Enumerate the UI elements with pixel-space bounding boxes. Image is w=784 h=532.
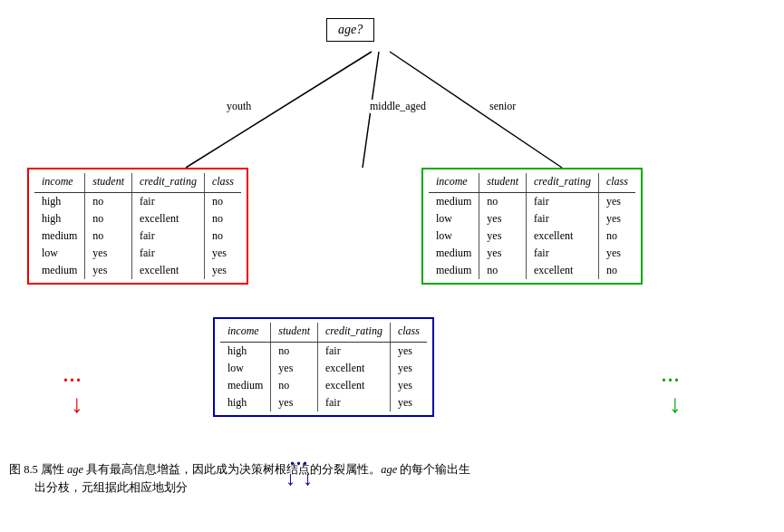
green-arrow: ↓ <box>669 390 682 419</box>
caption-fig: 图 8.5 <box>9 463 38 476</box>
branch-senior: senior <box>489 100 516 113</box>
bottom-table-header: income student credit_rating class <box>220 323 427 343</box>
branch-middle-aged: middle_aged <box>370 100 426 113</box>
left-table: income student credit_rating class high … <box>34 173 241 279</box>
table-row: high yes fair yes <box>220 394 427 411</box>
table-row: medium yes excellent yes <box>34 262 241 279</box>
bottom-col-income: income <box>220 323 271 343</box>
right-table-wrapper: income student credit_rating class mediu… <box>421 168 643 285</box>
bottom-table: income student credit_rating class high … <box>220 323 427 411</box>
branch-youth: youth <box>227 100 251 113</box>
table-row: high no fair yes <box>220 343 427 361</box>
table-row: high no excellent no <box>34 210 241 227</box>
table-row: medium no fair no <box>34 227 241 245</box>
left-col-income: income <box>34 173 85 193</box>
caption: 图 8.5 属性 age 具有最高信息增益，因此成为决策树根结点的分裂属性。ag… <box>9 461 775 497</box>
right-col-student: student <box>479 173 527 193</box>
red-dots: ··· <box>63 370 82 391</box>
left-col-student: student <box>85 173 132 193</box>
root-node: age? <box>326 18 374 42</box>
bottom-table-wrapper: income student credit_rating class high … <box>213 317 434 417</box>
bottom-col-class: class <box>390 323 427 343</box>
caption-text2: 具有最高信息增益，因此成为决策树根结点的分裂属性。 <box>83 463 381 476</box>
table-row: low yes excellent no <box>429 227 635 245</box>
svg-line-0 <box>186 52 372 168</box>
table-row: high no fair no <box>34 193 241 211</box>
root-label: age? <box>338 23 363 36</box>
right-table-header: income student credit_rating class <box>429 173 635 193</box>
left-col-class: class <box>204 173 241 193</box>
right-col-class: class <box>598 173 635 193</box>
left-table-header: income student credit_rating class <box>34 173 241 193</box>
right-col-credit: credit_rating <box>527 173 599 193</box>
table-row: medium yes fair yes <box>429 245 635 262</box>
table-row: low yes excellent yes <box>220 360 427 377</box>
bottom-col-credit: credit_rating <box>318 323 391 343</box>
table-row: medium no excellent no <box>429 262 635 279</box>
bottom-col-student: student <box>271 323 318 343</box>
table-row: medium no excellent yes <box>220 377 427 394</box>
right-col-income: income <box>429 173 479 193</box>
table-row: low yes fair yes <box>34 245 241 262</box>
red-arrow: ↓ <box>71 390 83 419</box>
green-dots: ··· <box>662 370 681 391</box>
table-row: medium no fair yes <box>429 193 635 211</box>
right-table: income student credit_rating class mediu… <box>429 173 635 279</box>
left-col-credit: credit_rating <box>132 173 205 193</box>
diagram-container: age? youth middle_aged senior income stu… <box>9 9 775 498</box>
caption-italic-age2: age <box>381 463 397 476</box>
table-row: low yes fair yes <box>429 210 635 227</box>
left-table-wrapper: income student credit_rating class high … <box>27 168 248 285</box>
caption-text1: 属性 <box>41 463 67 476</box>
caption-italic-age1: age <box>67 463 83 476</box>
